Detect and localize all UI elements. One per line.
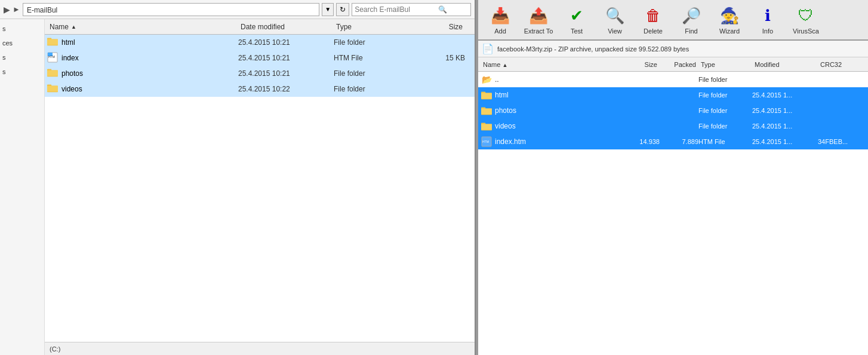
info-icon: ℹ (757, 5, 778, 26)
file-name: html (61, 38, 238, 47)
arrow-separator: ► (13, 5, 20, 14)
test-icon: ✔ (566, 5, 587, 26)
path-dropdown-button[interactable]: ▼ (322, 3, 334, 16)
zip-file-modified: 25.4.2015 1... (752, 107, 818, 114)
zip-file-type: File folder (698, 91, 752, 99)
zip-row[interactable]: videos File folder 25.4.2015 1... (478, 118, 868, 134)
sidebar-item-4[interactable]: s (0, 65, 44, 79)
zip-folder-icon (481, 121, 492, 131)
extract to-icon: 📤 (528, 5, 549, 26)
zip-file-icon-cell: 📂 (481, 74, 493, 85)
folder-icon (47, 68, 58, 77)
file-row[interactable]: html 25.4.2015 10:21 File folder (45, 35, 475, 50)
path-label[interactable]: E-mailBul (23, 3, 319, 16)
svg-rect-8 (47, 70, 58, 76)
address-bar: ▶ ► E-mailBul ▼ ↻ 🔍 (0, 0, 475, 19)
view-label: View (608, 27, 622, 35)
htm-file-icon: HTM (47, 52, 58, 63)
svg-rect-17 (481, 108, 492, 114)
zip-row[interactable]: HTM index.htm 14.938 7.889 HTM File 25.4… (478, 134, 868, 149)
zip-folder-icon (481, 106, 492, 115)
delete-icon: 🗑 (642, 5, 664, 26)
zcol-header-packed[interactable]: Packed (660, 61, 698, 68)
svg-rect-20 (481, 124, 492, 130)
info-label: Info (762, 27, 773, 35)
file-date: 25.4.2015 10:21 (238, 69, 334, 78)
zcol-header-type[interactable]: Type (698, 61, 752, 68)
extract to-label: Extract To (524, 27, 553, 35)
zip-row[interactable]: 📂 .. File folder (478, 72, 868, 87)
file-row[interactable]: videos 25.4.2015 10:22 File folder (45, 81, 475, 97)
search-bar: 🔍 (352, 3, 471, 16)
file-name: index (61, 54, 238, 62)
status-bar: (C:) (45, 342, 475, 355)
svg-text:HTM: HTM (482, 140, 489, 143)
file-icon (47, 36, 59, 48)
delete-label: Delete (644, 27, 663, 35)
left-panel: ▶ ► E-mailBul ▼ ↻ 🔍 s ces s s Name ▲ Dat… (0, 0, 476, 355)
zip-row[interactable]: photos File folder 25.4.2015 1... (478, 103, 868, 118)
sidebar-item-2[interactable]: ces (0, 36, 44, 50)
back-icon[interactable]: ▶ (4, 5, 10, 14)
refresh-button[interactable]: ↻ (336, 3, 349, 16)
col-header-name[interactable]: Name ▲ (47, 23, 238, 31)
zip-file-size: 14.938 (618, 138, 660, 145)
up-folder-icon: 📂 (482, 75, 492, 84)
file-type: File folder (334, 85, 417, 93)
file-row[interactable]: HTM index 25.4.2015 10:21 HTM File 15 KB (45, 50, 475, 66)
folder-icon (47, 83, 58, 93)
zip-file-icon-cell (481, 89, 493, 101)
zip-folder-icon (481, 90, 492, 100)
col-header-type[interactable]: Type (334, 23, 417, 31)
zip-file-type: File folder (698, 107, 752, 114)
search-icon: 🔍 (438, 5, 447, 14)
toolbar-button-virussca[interactable]: 🛡 VirusSca (787, 2, 824, 37)
zcol-header-modified[interactable]: Modified (752, 61, 818, 68)
toolbar-button-wizard[interactable]: 🧙 Wizard (711, 2, 748, 37)
zip-file-modified: 25.4.2015 1... (752, 138, 818, 145)
folder-icon (47, 36, 58, 46)
sidebar-item-1[interactable]: s (0, 22, 44, 36)
main-file-area: Name ▲ Date modified Type Size html 25.4… (45, 19, 475, 355)
toolbar-button-info[interactable]: ℹ Info (749, 2, 786, 37)
search-input[interactable] (355, 5, 438, 14)
zip-info-text: facebook-M3rty.zip - ZIP archive, unpack… (497, 45, 689, 53)
zip-file-type: File folder (698, 123, 752, 130)
toolbar-button-delete[interactable]: 🗑 Delete (635, 2, 672, 37)
toolbar-button-test[interactable]: ✔ Test (558, 2, 595, 37)
zip-file-packed: 7.889 (660, 138, 698, 145)
sort-arrow-icon: ▲ (71, 24, 76, 30)
zcol-header-name[interactable]: Name ▲ (481, 61, 618, 68)
zip-row[interactable]: html File folder 25.4.2015 1... (478, 87, 868, 103)
right-panel: 📥 Add 📤 Extract To ✔ Test 🔍 View 🗑 Delet… (478, 0, 868, 355)
svg-rect-11 (47, 85, 58, 91)
zip-file-modified: 25.4.2015 1... (752, 123, 818, 130)
file-date: 25.4.2015 10:21 (238, 54, 334, 62)
zcol-sort-icon: ▲ (502, 62, 507, 68)
file-list: html 25.4.2015 10:21 File folder HTM ind… (45, 35, 475, 342)
zcol-header-crc[interactable]: CRC32 (818, 61, 866, 68)
zcol-header-size[interactable]: Size (618, 61, 660, 68)
zip-file-crc: 34FBEB... (818, 138, 866, 145)
add-label: Add (494, 27, 506, 35)
svg-rect-2 (47, 39, 58, 45)
zip-file-name: html (495, 91, 618, 99)
file-row[interactable]: photos 25.4.2015 10:21 File folder (45, 66, 475, 81)
file-type: File folder (334, 69, 417, 78)
toolbar-button-add[interactable]: 📥 Add (482, 2, 519, 37)
file-name: photos (61, 69, 238, 78)
toolbar-button-view[interactable]: 🔍 View (596, 2, 633, 37)
file-name: videos (61, 85, 238, 93)
file-type: HTM File (334, 54, 417, 62)
zip-file-icon-cell: HTM (481, 136, 493, 148)
toolbar-button-extract-to[interactable]: 📤 Extract To (520, 2, 557, 37)
virussca-icon: 🛡 (795, 5, 817, 26)
col-header-size[interactable]: Size (417, 23, 465, 31)
file-icon (47, 68, 59, 79)
zip-file-name: .. (495, 75, 618, 84)
toolbar-button-find[interactable]: 🔎 Find (673, 2, 710, 37)
zip-file-type: HTM File (698, 138, 752, 145)
sidebar-item-3[interactable]: s (0, 50, 44, 65)
col-header-date[interactable]: Date modified (238, 23, 334, 31)
test-label: Test (571, 27, 583, 35)
